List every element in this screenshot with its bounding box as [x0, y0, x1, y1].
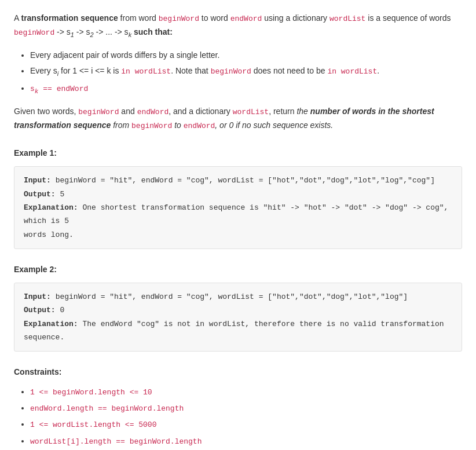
- constraint-2-code: endWord.length == beginWord.length: [30, 404, 184, 413]
- code-beginword-1: beginWord: [159, 14, 199, 23]
- constraint-4: wordList[i].length == beginWord.length: [30, 434, 462, 448]
- example-1-title: Example 1:: [14, 147, 462, 160]
- given-paragraph: Given two words, beginWord and endWord, …: [14, 105, 462, 133]
- constraint-3: 1 <= wordList.length <= 5000: [30, 418, 462, 431]
- output-value-2: 0: [60, 306, 64, 314]
- code-beginword-from: beginWord: [131, 122, 172, 130]
- example-2-box: Input: beginWord = "hit", endWord = "cog…: [14, 283, 462, 352]
- condition-list: Every adjacent pair of words differs by …: [30, 49, 462, 97]
- code-sequence-notation: beginWord: [14, 28, 54, 37]
- example-1-explanation-line: Explanation: One shortest transformation…: [24, 201, 452, 242]
- bold-transformation-sequence: transformation sequence: [21, 13, 118, 23]
- explanation-text-1b: words long.: [24, 231, 74, 239]
- explanation-label-2: Explanation:: [24, 320, 78, 328]
- input-label-2: Input:: [24, 292, 51, 301]
- italic-or: , or: [215, 120, 229, 130]
- code-wordlist-1: wordList: [329, 14, 365, 23]
- output-label-2: Output:: [24, 306, 56, 314]
- condition-1: Every adjacent pair of words differs by …: [30, 49, 462, 63]
- input-label-1: Input:: [24, 176, 51, 185]
- explanation-text-2: The endWord "cog" is not in wordList, th…: [24, 320, 444, 342]
- code-endword-given: endWord: [137, 108, 169, 116]
- condition-3: sk == endWord: [30, 82, 462, 97]
- example-2-output-line: Output: 0: [24, 303, 452, 317]
- such-that: such that:: [134, 27, 173, 36]
- italic-the: the: [296, 107, 310, 116]
- intro-paragraph: A transformation sequence from word begi…: [14, 12, 462, 41]
- constraint-3-code: 1 <= wordList.length <= 5000: [30, 420, 156, 429]
- example-2-explanation-line: Explanation: The endWord "cog" is not in…: [24, 317, 452, 345]
- output-label-1: Output:: [24, 190, 56, 199]
- code-endword-to: endWord: [184, 122, 215, 130]
- code-sk: sk == endWord: [30, 85, 88, 93]
- constraint-1: 1 <= beginWord.length <= 10: [30, 385, 462, 399]
- constraints-list: 1 <= beginWord.length <= 10 endWord.leng…: [30, 385, 462, 450]
- input-code-2: beginWord = "hit", endWord = "cog", word…: [56, 292, 408, 301]
- code-wordlist-given: wordList: [233, 108, 269, 116]
- condition-2: Every si for 1 <= i <= k is in wordList.…: [30, 64, 462, 79]
- constraint-1-code: 1 <= beginWord.length <= 10: [30, 388, 152, 397]
- example-2-input-line: Input: beginWord = "hit", endWord = "cog…: [24, 290, 452, 303]
- example-1-output-line: Output: 5: [24, 188, 452, 201]
- italic-from: from: [113, 120, 129, 130]
- code-in-wordlist-2: in wordList: [327, 67, 377, 76]
- code-beginword-note: beginWord: [211, 67, 251, 76]
- constraint-2: endWord.length == beginWord.length: [30, 401, 462, 415]
- problem-description: A transformation sequence from word begi…: [14, 12, 462, 450]
- code-endword-1: endWord: [230, 14, 262, 23]
- code-beginword-given: beginWord: [78, 108, 119, 116]
- input-code-1: beginWord = "hit", endWord = "cog", word…: [56, 176, 435, 185]
- example-2-title: Example 2:: [14, 263, 462, 277]
- italic-zero: 0: [229, 120, 233, 130]
- constraints-title: Constraints:: [14, 365, 462, 379]
- example-1-input-line: Input: beginWord = "hit", endWord = "cog…: [24, 174, 452, 187]
- explanation-text-1: One shortest transformation sequence is …: [24, 203, 448, 225]
- example-1-box: Input: beginWord = "hit", endWord = "cog…: [14, 166, 462, 249]
- constraints-section: Constraints: 1 <= beginWord.length <= 10…: [14, 365, 462, 450]
- output-value-1: 5: [60, 190, 64, 199]
- italic-to: to: [174, 120, 181, 130]
- code-in-wordlist: in wordList: [121, 67, 171, 76]
- italic-if-no: if no such sequence exists.: [236, 120, 333, 130]
- bold-transformation-sequence-2: transformation sequence: [14, 120, 111, 130]
- explanation-label-1: Explanation:: [24, 203, 78, 212]
- bold-shortest: shortest: [402, 107, 434, 116]
- constraint-4-code: wordList[i].length == beginWord.length: [30, 437, 202, 446]
